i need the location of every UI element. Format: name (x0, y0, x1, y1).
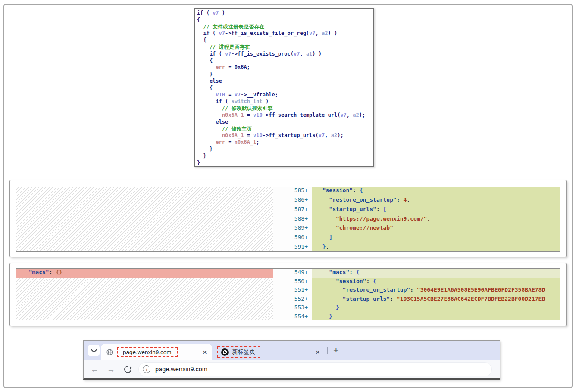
address-bar[interactable]: i page.wenxin9.com (138, 362, 492, 376)
tab-strip: page.wenxin9.com × 新标签页 × + (84, 341, 500, 360)
code-line: } (197, 153, 373, 160)
diff-view-session-block: 585+586+587+588+589+590+591+ "session": … (9, 180, 567, 257)
code-line: // 修改主页 (197, 126, 373, 133)
code-line: if ( v7 ) (197, 10, 373, 17)
line-number: 549+ (273, 269, 312, 278)
line-number: 585+ (273, 187, 312, 196)
diff-added-line: "https://page.wenxin9.com/", (312, 215, 560, 225)
line-number: 591+ (273, 243, 312, 252)
code-line: { (197, 17, 373, 24)
pseudocode-lines: if ( v7 ){ // 文件或注册表是否存在 if ( v7->ff_is_… (197, 10, 373, 166)
code-line: if ( v7->ff_is_exists_file_or_reg(v7, a2… (197, 30, 373, 37)
line-number: 551+ (273, 286, 312, 296)
line-number: 588+ (273, 215, 312, 225)
code-line: { (197, 58, 373, 65)
code-line: { (197, 37, 373, 44)
info-icon: i (143, 365, 150, 373)
diff-right-pane-added: "session": { "restore_on_startup": 4, "s… (312, 187, 560, 252)
diff-added-line: "session": { (312, 278, 560, 287)
address-bar-url: page.wenxin9.com (155, 366, 207, 373)
chevron-down-icon (91, 346, 97, 352)
forward-icon[interactable]: → (107, 365, 115, 373)
line-number: 587+ (273, 206, 312, 215)
line-number: 586+ (273, 196, 312, 206)
diff-line-number-gutter: 585+586+587+588+589+590+591+ (273, 187, 312, 252)
diff-left-pane-empty (16, 187, 273, 252)
diff-right-pane-added: "macs": { "session": { "restore_on_start… (312, 269, 560, 320)
diff-added-line: "startup_urls": [ (312, 206, 560, 215)
tab-title-annotation-box: 新标签页 (217, 346, 260, 358)
code-line: // 文件或注册表是否存在 (197, 24, 373, 31)
line-number: 590+ (273, 234, 312, 243)
diff-added-line: "startup_urls": "1D3C15A5CBE27E86AC642EC… (312, 296, 560, 305)
newtab-favicon-icon (221, 348, 229, 356)
tab-new-tab-page[interactable]: 新标签页 × (213, 344, 326, 360)
diff-added-line: "restore_on_startup": 4, (312, 196, 560, 206)
tab-close-icon[interactable]: × (316, 348, 320, 356)
diff-added-line: }, (312, 243, 560, 252)
diff-removed-line: "macs": {} (16, 269, 273, 278)
line-number: 552+ (273, 296, 312, 305)
code-line: if ( switch_int ) (197, 98, 373, 105)
code-line: } (197, 71, 373, 78)
diff-added-line: ] (312, 234, 560, 243)
line-number: 550+ (273, 278, 312, 287)
code-line: } (197, 160, 373, 167)
browser-toolbar: ← → i page.wenxin9.com (84, 360, 500, 378)
back-icon[interactable]: ← (91, 365, 99, 373)
code-line: err = n0x6A_1; (197, 139, 373, 146)
tab-divider (327, 347, 328, 354)
code-line: v10 = v7->__vftable; (197, 92, 373, 99)
ida-pseudocode-panel: if ( v7 ){ // 文件或注册表是否存在 if ( v7->ff_is_… (194, 8, 374, 167)
diff-added-line: "chrome://newtab" (312, 224, 560, 234)
new-tab-button[interactable]: + (330, 344, 342, 356)
chrome-browser-window: page.wenxin9.com × 新标签页 × + ← → i page.w… (83, 340, 500, 380)
tab-page-wenxin9[interactable]: page.wenxin9.com × (101, 344, 212, 360)
tab-close-icon[interactable]: × (203, 348, 207, 356)
tab-title: 新标签页 (232, 348, 255, 356)
code-line: else (197, 78, 373, 85)
figure-canvas: if ( v7 ){ // 文件或注册表是否存在 if ( v7->ff_is_… (0, 0, 576, 392)
code-line: err = 0x6A; (197, 64, 373, 71)
tab-title: page.wenxin9.com (123, 349, 172, 355)
line-number: 553+ (273, 304, 312, 313)
diff-added-line: "session": { (312, 187, 560, 196)
tab-title-annotation-box: page.wenxin9.com (117, 347, 178, 357)
diff-panel: "macs": {} 549+550+551+552+553+554+ "mac… (16, 268, 560, 320)
code-line: n0x6A_1 = v10->ff_startup_urls(v7, a2); (197, 132, 373, 139)
diff-line-number-gutter: 549+550+551+552+553+554+ (273, 269, 312, 320)
diff-left-pane-removed: "macs": {} (16, 269, 273, 320)
code-line: { (197, 85, 373, 92)
line-number: 554+ (273, 313, 312, 321)
diff-view-macs-block: "macs": {} 549+550+551+552+553+554+ "mac… (9, 263, 567, 326)
diff-panel: 585+586+587+588+589+590+591+ "session": … (16, 187, 560, 252)
code-line: else (197, 119, 373, 126)
code-line: // 修改默认搜索引擎 (197, 105, 373, 112)
diff-added-line: } (312, 304, 560, 313)
code-line: } (197, 146, 373, 153)
diff-added-line: } (312, 313, 560, 321)
code-line: // 进程是否存在 (197, 44, 373, 51)
line-number: 589+ (273, 224, 312, 234)
code-line: n0x6A_1 = v10->ff_search_template_url(v7… (197, 112, 373, 119)
code-line: if ( v7->ff_is_exists_proc(v7, a1) ) (197, 51, 373, 58)
diff-added-line: "macs": { (312, 269, 560, 278)
tab-search-button[interactable] (88, 345, 100, 356)
globe-favicon-icon (106, 348, 113, 356)
diff-added-line: "restore_on_startup": "3064E9E1A6A508E5E… (312, 286, 560, 296)
reload-icon[interactable] (123, 364, 133, 374)
